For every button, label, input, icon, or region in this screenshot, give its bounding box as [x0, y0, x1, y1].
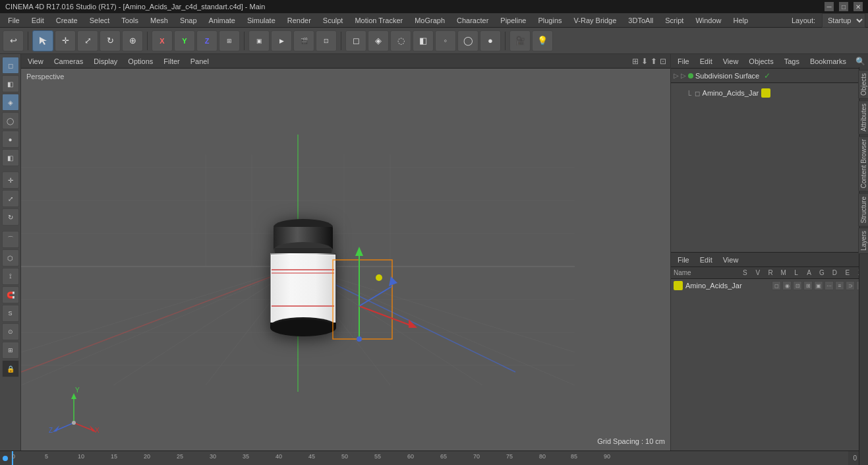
om-bookmarks-btn[interactable]: Bookmarks: [806, 56, 850, 67]
lt-snap[interactable]: ⊙: [2, 323, 19, 340]
lt-point-mode[interactable]: ●: [2, 131, 19, 148]
om-search-btn[interactable]: 🔍: [855, 57, 865, 66]
vp-panel-menu[interactable]: Panel: [188, 56, 212, 67]
picture-viewer-button[interactable]: ⊡: [316, 30, 337, 51]
vp-cameras-menu[interactable]: Cameras: [51, 56, 86, 67]
undo-button[interactable]: ↩: [3, 30, 24, 51]
point-mode-button[interactable]: ●: [480, 30, 501, 51]
lt-polygon-mode[interactable]: ◈: [2, 94, 19, 111]
menu-character[interactable]: Character: [451, 15, 494, 26]
axis-z-button[interactable]: Z: [196, 30, 217, 51]
vp-icon-3[interactable]: ⬆: [651, 57, 657, 66]
lt-rotate-tool[interactable]: ↻: [2, 208, 19, 226]
menu-create[interactable]: Create: [51, 15, 83, 26]
tab-structure[interactable]: Structure: [858, 193, 868, 227]
select-tool-button[interactable]: [32, 30, 53, 51]
menu-mesh[interactable]: Mesh: [145, 15, 173, 26]
scale-tool-button[interactable]: ⤢: [77, 30, 98, 51]
render-region-button[interactable]: ▣: [248, 30, 270, 51]
amino-acids-jar-row[interactable]: L ◻ Amino_Acids_Jar: [674, 86, 865, 100]
menu-3dtoall[interactable]: 3DToAll: [623, 15, 658, 26]
vp-icon-1[interactable]: ⊞: [632, 57, 639, 66]
attr-icon-btn-3[interactable]: ⊡: [793, 281, 802, 290]
menu-simulate[interactable]: Simulate: [242, 15, 281, 26]
lt-object-mode[interactable]: ◻: [2, 57, 19, 74]
vp-icon-4[interactable]: ⊡: [660, 57, 666, 66]
menu-snap[interactable]: Snap: [175, 15, 202, 26]
attr-object-row[interactable]: Amino_Acids_Jar ◻ ◉ ⊡ ⊞ ▣ ⋯ ≡ ⊃ ⊥: [671, 279, 868, 292]
lt-extrude[interactable]: ⬡: [2, 249, 19, 266]
lt-magnet[interactable]: 🧲: [2, 286, 19, 303]
menu-edit[interactable]: Edit: [26, 15, 49, 26]
lt-texture-mode[interactable]: ◧: [2, 75, 19, 92]
transform-tool-button[interactable]: ⊕: [122, 30, 143, 51]
menu-motion-tracker[interactable]: Motion Tracker: [349, 15, 408, 26]
tab-layers[interactable]: Layers: [858, 228, 868, 254]
menu-tools[interactable]: Tools: [116, 15, 144, 26]
lt-subdivision[interactable]: ◧: [2, 149, 19, 166]
rotate-tool-button[interactable]: ↻: [100, 30, 121, 51]
timeline-track[interactable]: 0 5 10 15 20 25 30 35 40 45 50 55 60 65 …: [11, 451, 848, 465]
camera-button[interactable]: 🎥: [509, 30, 531, 51]
sculpt-mode-button[interactable]: ◌: [390, 30, 411, 51]
lt-knife[interactable]: ⟟: [2, 268, 19, 285]
lt-info[interactable]: S: [2, 305, 19, 322]
render-view-button[interactable]: ▶: [271, 30, 292, 51]
tab-objects[interactable]: Objects: [858, 70, 868, 99]
menu-sculpt[interactable]: Sculpt: [318, 15, 349, 26]
vp-icon-2[interactable]: ⬇: [641, 57, 648, 66]
vp-display-menu[interactable]: Display: [91, 56, 120, 67]
lt-bend[interactable]: ⌒: [2, 231, 19, 248]
attr-edit-btn[interactable]: Edit: [696, 255, 716, 265]
edit-mode-button[interactable]: ◈: [368, 30, 389, 51]
axis-x-button[interactable]: X: [152, 30, 173, 51]
menu-mograph[interactable]: MoGraph: [409, 15, 450, 26]
minimize-button[interactable]: ─: [825, 2, 834, 11]
close-button[interactable]: ✕: [854, 2, 863, 11]
menu-pipeline[interactable]: Pipeline: [495, 15, 531, 26]
subdivision-surface-row[interactable]: ▷ ▷ Subdivision Surface ✓: [674, 71, 865, 80]
attr-icon-btn-8[interactable]: ⊃: [846, 281, 855, 290]
om-tags-btn[interactable]: Tags: [780, 56, 803, 67]
menu-script[interactable]: Script: [660, 15, 689, 26]
model-mode-button[interactable]: ◻: [345, 30, 366, 51]
attr-icon-btn-4[interactable]: ⊞: [803, 281, 813, 290]
menu-window[interactable]: Window: [690, 15, 726, 26]
render-button[interactable]: 🎬: [293, 30, 314, 51]
attr-icon-btn-5[interactable]: ▣: [814, 281, 823, 290]
tab-content-browser[interactable]: Content Browser: [858, 136, 868, 191]
menu-vray[interactable]: V-Ray Bridge: [569, 15, 622, 26]
lt-grid[interactable]: ⊞: [2, 342, 19, 359]
viewport-canvas[interactable]: Perspective: [21, 69, 670, 450]
menu-file[interactable]: File: [3, 15, 25, 26]
menu-animate[interactable]: Animate: [204, 15, 241, 26]
attr-view-btn[interactable]: View: [719, 255, 743, 265]
restore-button[interactable]: □: [839, 2, 848, 11]
lt-lock[interactable]: 🔒: [2, 360, 19, 377]
poly-mode-button[interactable]: ◦: [435, 30, 456, 51]
menu-select[interactable]: Select: [84, 15, 115, 26]
vp-filter-menu[interactable]: Filter: [161, 56, 182, 67]
om-objects-btn[interactable]: Objects: [745, 56, 777, 67]
menu-help[interactable]: Help: [728, 15, 754, 26]
menu-render[interactable]: Render: [282, 15, 316, 26]
axis-y-button[interactable]: Y: [174, 30, 195, 51]
menu-plugins[interactable]: Plugins: [533, 15, 567, 26]
edge-mode-button[interactable]: ◯: [457, 30, 478, 51]
parent-axis-button[interactable]: ⊞: [219, 30, 240, 51]
layout-select[interactable]: Startup: [822, 13, 865, 28]
attr-icon-btn-6[interactable]: ⋯: [825, 281, 834, 290]
attr-icon-btn-2[interactable]: ◉: [782, 281, 792, 290]
om-view-btn[interactable]: View: [719, 56, 743, 67]
om-file-btn[interactable]: File: [674, 56, 693, 67]
tab-attributes[interactable]: Attributes: [858, 100, 868, 135]
vp-options-menu[interactable]: Options: [125, 56, 156, 67]
om-edit-btn[interactable]: Edit: [696, 56, 716, 67]
light-button[interactable]: 💡: [532, 30, 553, 51]
lt-edge-mode[interactable]: ◯: [2, 112, 19, 129]
lt-move-tool[interactable]: ✛: [2, 171, 19, 189]
lt-scale-tool[interactable]: ⤢: [2, 190, 19, 207]
texture-mode-button[interactable]: ◧: [413, 30, 434, 51]
attr-file-btn[interactable]: File: [674, 255, 693, 265]
attr-icon-btn-1[interactable]: ◻: [772, 281, 781, 290]
